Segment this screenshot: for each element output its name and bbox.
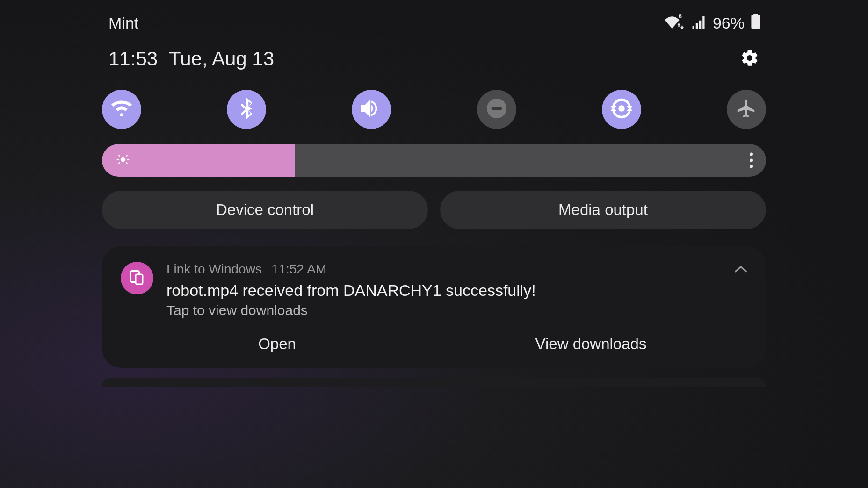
quick-toggles xyxy=(75,90,793,129)
svg-line-9 xyxy=(126,163,127,164)
device-control-button[interactable]: Device control xyxy=(102,191,428,229)
rotate-icon xyxy=(610,97,633,122)
wifi-icon xyxy=(111,100,132,119)
volume-icon xyxy=(361,99,382,120)
rotate-toggle[interactable] xyxy=(602,90,641,129)
status-right: 6 96% xyxy=(664,14,760,32)
svg-point-2 xyxy=(618,105,625,112)
dnd-icon xyxy=(486,98,507,121)
brightness-more-button[interactable] xyxy=(750,153,753,168)
status-bar: Mint 6 96% xyxy=(75,7,793,39)
control-row: Device control Media output xyxy=(102,191,766,229)
wifi-icon: 6 xyxy=(664,14,680,32)
open-label: Open xyxy=(258,335,296,352)
svg-rect-13 xyxy=(136,274,143,284)
chevron-up-icon xyxy=(734,266,747,274)
media-output-label: Media output xyxy=(558,201,648,219)
clock-date: Tue, Aug 13 xyxy=(169,48,274,70)
notification-app-icon xyxy=(121,262,153,294)
svg-point-3 xyxy=(121,157,126,162)
gear-icon xyxy=(740,61,760,69)
carrier-label: Mint xyxy=(108,14,138,32)
view-downloads-label: View downloads xyxy=(535,335,647,352)
collapse-button[interactable] xyxy=(734,265,747,275)
media-output-button[interactable]: Media output xyxy=(440,191,766,229)
svg-line-8 xyxy=(119,155,120,156)
svg-line-11 xyxy=(126,155,127,156)
svg-line-10 xyxy=(119,163,120,164)
notification-card[interactable]: Link to Windows 11:52 AM robot.mp4 recei… xyxy=(102,246,766,368)
airplane-icon xyxy=(736,98,757,121)
sun-icon xyxy=(116,152,130,168)
next-notification-peek xyxy=(102,378,766,387)
time-row: 11:53 Tue, Aug 13 xyxy=(75,48,793,70)
battery-icon xyxy=(751,14,760,32)
sound-toggle[interactable] xyxy=(352,90,391,129)
dnd-toggle[interactable] xyxy=(477,90,516,129)
brightness-fill xyxy=(102,144,295,177)
bluetooth-toggle[interactable] xyxy=(227,90,266,129)
svg-rect-1 xyxy=(491,107,502,110)
device-control-label: Device control xyxy=(216,201,314,219)
clock-time: 11:53 xyxy=(108,48,158,70)
brightness-slider[interactable] xyxy=(102,144,766,177)
wifi-toggle[interactable] xyxy=(102,90,141,129)
notification-title: robot.mp4 received from DANARCHY1 succes… xyxy=(166,281,747,300)
settings-button[interactable] xyxy=(740,48,760,70)
notification-action-open[interactable]: Open xyxy=(121,331,434,357)
battery-percent: 96% xyxy=(713,14,745,32)
notification-subtitle: Tap to view downloads xyxy=(166,302,747,318)
notification-action-view-downloads[interactable]: View downloads xyxy=(434,331,747,357)
notification-app-name: Link to Windows xyxy=(166,262,262,277)
notification-time: 11:52 AM xyxy=(271,262,326,277)
link-to-windows-icon xyxy=(129,269,145,287)
airplane-toggle[interactable] xyxy=(727,90,766,129)
signal-icon xyxy=(692,14,706,32)
bluetooth-icon xyxy=(239,98,254,121)
